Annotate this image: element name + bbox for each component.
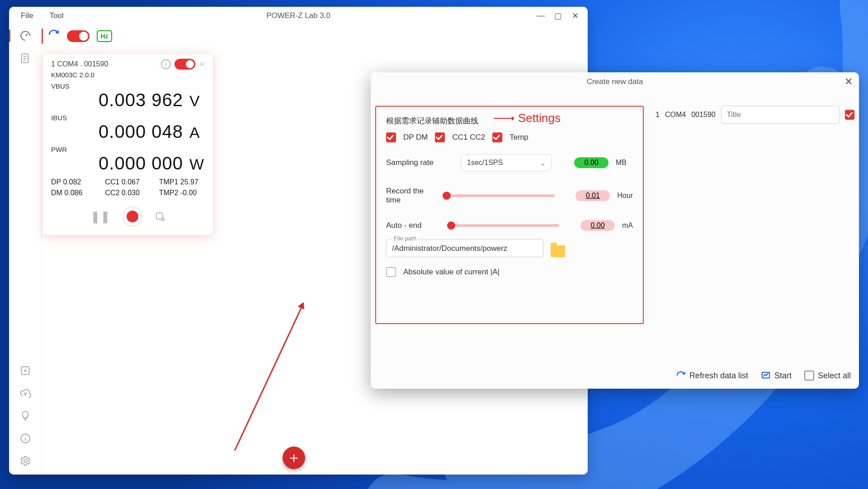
titlebar: File Tool POWER-Z Lab 3.0 — ▢ ✕ <box>9 7 588 25</box>
chevron-down-icon: ⌄ <box>540 159 546 167</box>
nav-tips-icon[interactable] <box>18 409 33 423</box>
refresh-icon[interactable] <box>48 29 60 43</box>
label-dp-dm: DP DM <box>403 133 428 142</box>
master-toggle[interactable] <box>67 30 90 42</box>
device-model: KM003C 2.0.0 <box>51 71 205 79</box>
start-label: Start <box>774 371 792 381</box>
device-close-icon[interactable]: × <box>199 58 205 70</box>
pwr-value: 0.000 000 <box>51 153 183 174</box>
estimated-size-pill: 0.00 <box>574 157 609 168</box>
checkbox-cc1-cc2[interactable] <box>435 132 445 142</box>
nav-dashboard-icon[interactable] <box>18 28 33 43</box>
vbus-value: 0.003 962 <box>51 90 183 110</box>
label-temp: Temp <box>509 133 528 142</box>
file-path-input[interactable] <box>392 244 538 253</box>
data-title-input[interactable] <box>721 106 840 124</box>
nav-upload-icon[interactable] <box>18 386 33 400</box>
browse-folder-icon[interactable] <box>551 245 565 257</box>
nav-add-device-icon[interactable] <box>18 363 33 378</box>
scan-icon[interactable] <box>155 211 165 222</box>
device-header: 1 COM4 . 001590 <box>51 60 108 68</box>
add-fab-button[interactable]: ＋ <box>283 447 305 469</box>
device-index: 1 <box>656 111 660 119</box>
left-nav-rail <box>9 25 42 475</box>
create-new-data-dialog: Create new data ✕ Settings 根据需求记录辅助数据曲线 … <box>371 72 859 389</box>
device-card: 1 COM4 . 001590 i × KM003C 2.0.0 VBUS 0.… <box>42 53 213 235</box>
vbus-unit: V <box>189 92 205 110</box>
chart-icon <box>761 371 771 381</box>
size-unit: MB <box>616 159 627 167</box>
settings-panel: Settings 根据需求记录辅助数据曲线 DP DM CC1 CC2 Temp… <box>375 106 644 324</box>
refresh-data-list-button[interactable]: Refresh data list <box>676 371 748 381</box>
window-minimize-button[interactable]: — <box>535 11 546 21</box>
checkbox-temp[interactable] <box>492 132 502 142</box>
auto-end-label: Auto - end <box>386 221 440 230</box>
device-select-checkbox[interactable] <box>845 110 854 120</box>
refresh-icon <box>676 371 686 381</box>
ibus-label: IBUS <box>51 114 205 122</box>
record-time-slider[interactable] <box>443 194 555 197</box>
auto-end-unit: mA <box>622 221 633 230</box>
window-maximize-button[interactable]: ▢ <box>552 11 563 21</box>
nav-settings-icon[interactable] <box>18 454 33 468</box>
record-button[interactable] <box>122 206 143 227</box>
vbus-label: VBUS <box>51 82 205 90</box>
record-time-value[interactable]: 0.01 <box>576 190 610 201</box>
sampling-rate-label: Sampling rate <box>386 158 454 167</box>
tmp1-value: TMP1 25.97 <box>159 178 205 186</box>
select-all-label: Select all <box>818 371 851 381</box>
sampling-rate-select[interactable]: 1sec/1SPS ⌄ <box>461 154 552 171</box>
menu-file[interactable]: File <box>13 11 41 20</box>
cc2-value: CC2 0.030 <box>105 189 151 197</box>
ibus-unit: A <box>189 124 205 141</box>
main-toolbar: Hz <box>42 25 588 47</box>
svg-point-3 <box>24 460 27 463</box>
nav-records-icon[interactable] <box>18 51 33 66</box>
device-info-icon[interactable]: i <box>161 59 171 69</box>
auto-end-slider[interactable] <box>447 224 559 227</box>
dm-value: DM 0.086 <box>51 189 97 197</box>
auto-end-value[interactable]: 0.00 <box>580 220 615 231</box>
app-title: POWER-Z Lab 3.0 <box>9 11 588 20</box>
absolute-current-label: Absolute value of current |A| <box>403 268 500 277</box>
annotation-settings-label: Settings <box>494 111 561 125</box>
dialog-title: Create new data <box>371 77 859 86</box>
select-all-button[interactable]: Select all <box>804 371 851 381</box>
pause-icon[interactable]: ❚❚ <box>90 210 110 224</box>
select-all-checkbox[interactable] <box>804 371 814 381</box>
record-time-label: Record the time <box>386 187 435 205</box>
checkbox-dp-dm[interactable] <box>386 132 396 142</box>
device-port: COM4 <box>665 111 686 119</box>
window-close-button[interactable]: ✕ <box>570 11 580 21</box>
pwr-unit: W <box>189 155 205 173</box>
ibus-value: 0.000 048 <box>51 122 183 142</box>
menu-tool[interactable]: Tool <box>41 11 71 20</box>
nav-info-icon[interactable] <box>18 431 33 446</box>
device-serial: 001590 <box>691 111 715 119</box>
pwr-label: PWR <box>51 146 205 153</box>
file-path-field[interactable]: File path <box>386 239 543 257</box>
dialog-close-icon[interactable]: ✕ <box>844 76 853 88</box>
label-cc1-cc2: CC1 CC2 <box>452 133 485 142</box>
start-button[interactable]: Start <box>761 371 792 381</box>
svg-marker-7 <box>512 116 514 121</box>
record-time-unit: Hour <box>617 192 633 200</box>
cc1-value: CC1 0.067 <box>105 178 151 186</box>
hz-button[interactable]: Hz <box>97 30 112 42</box>
sampling-rate-value: 1sec/1SPS <box>467 159 503 167</box>
dp-value: DP 0.082 <box>51 178 97 186</box>
device-toggle[interactable] <box>175 59 195 70</box>
refresh-label: Refresh data list <box>689 371 748 381</box>
checkbox-absolute-current[interactable] <box>386 267 396 277</box>
file-path-legend: File path <box>392 235 418 242</box>
tmp2-value: TMP2 -0.00 <box>159 189 205 197</box>
